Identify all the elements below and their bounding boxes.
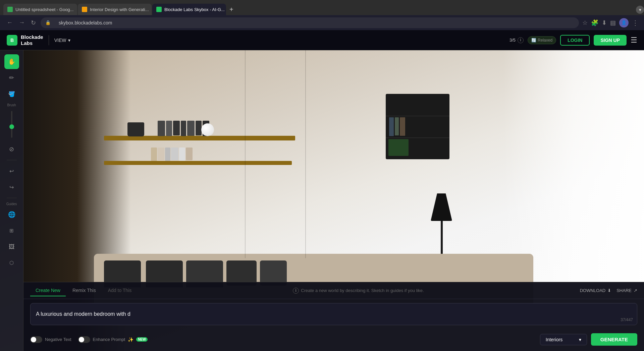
relaxed-icon: 🔄 [531, 38, 536, 43]
tab2-favicon [82, 7, 87, 12]
prompt-input[interactable] [36, 308, 632, 320]
app-header: B Blockade Labs VIEW ▾ 3/5 ℹ 🔄 Relaxed L… [0, 30, 644, 50]
tab-add-to-this: Add to This [103, 285, 137, 296]
shelf-long-2 [104, 161, 292, 165]
lamp-shade [431, 193, 452, 221]
plant-pot [127, 122, 144, 136]
tab-remix-this[interactable]: Remix This [67, 285, 101, 296]
browser-chrome: Untitled spreadsheet - Goog... × Interio… [0, 0, 644, 30]
redo-button[interactable]: ↪ [4, 180, 19, 194]
char-counter: 37/447 [621, 317, 633, 322]
books-2 [151, 148, 193, 161]
chevron-down-icon: ▾ [68, 38, 70, 43]
redo-icon: ↪ [9, 184, 14, 190]
tool-separator-2 [7, 198, 17, 198]
nav-back-button[interactable]: ← [5, 18, 14, 27]
logo: B Blockade Labs [7, 34, 43, 46]
style-dropdown[interactable]: Interiors ▾ [540, 334, 587, 345]
enhance-prompt-group: Enhance Prompt ✨ NEW [78, 336, 148, 343]
globe-icon: 🌐 [8, 211, 15, 218]
bottom-panel: Create New Remix This Add to This ℹ Crea… [23, 282, 644, 351]
layers-icon: ⊞ [9, 228, 14, 234]
negative-text-label: Negative Text [45, 337, 71, 342]
undo-button[interactable]: ↩ [4, 164, 19, 178]
generate-button[interactable]: GENERATE [591, 333, 637, 346]
signup-button[interactable]: SIGN UP [594, 35, 627, 46]
lock-icon: 🔒 [45, 20, 51, 25]
new-badge: NEW [136, 337, 147, 342]
shelf-long [104, 136, 295, 140]
enhance-prompt-toggle[interactable] [78, 336, 90, 343]
share-button[interactable]: SHARE ↗ [616, 288, 637, 293]
browser-profile[interactable]: ▾ [636, 6, 644, 14]
style-selected-label: Interiors [546, 337, 563, 342]
pointer-tool[interactable]: ✋ [4, 54, 19, 69]
sparkle-icon: ✨ [128, 337, 133, 342]
address-bar: ← → ↻ 🔒 ☆ 🧩 ⬇ ▤ 👤 ⋮ [0, 15, 644, 30]
info-icon[interactable]: ℹ [518, 37, 524, 43]
bottom-tabs-row: Create New Remix This Add to This ℹ Crea… [23, 282, 644, 299]
image-icon: 🖼 [9, 243, 15, 250]
pointer-icon: ✋ [8, 58, 15, 65]
tab-bar: Untitled spreadsheet - Goog... × Interio… [0, 0, 644, 15]
account-avatar[interactable]: 👤 [619, 18, 629, 27]
shape-tool[interactable]: ⬡ [4, 255, 19, 270]
download-button[interactable]: DOWNLOAD ⬇ [580, 288, 611, 293]
header-right: 3/5 ℹ 🔄 Relaxed LOGIN SIGN UP ☰ [509, 35, 637, 46]
globe-tool[interactable]: 🌐 [4, 207, 19, 222]
brush-label: Brush [7, 103, 16, 107]
dropdown-chevron-icon: ▾ [579, 337, 581, 342]
negative-text-toggle[interactable] [30, 336, 42, 343]
login-button[interactable]: LOGIN [560, 35, 590, 46]
header-divider [49, 35, 49, 45]
tab1-favicon [7, 7, 13, 12]
pen-icon: ✏ [9, 74, 14, 81]
hint-info-icon: ℹ [293, 288, 299, 294]
nav-refresh-button[interactable]: ↻ [30, 18, 37, 28]
tab3-title: Blockade Labs Skybox - AI-G... [164, 7, 225, 12]
guides-label: Guides [6, 202, 17, 206]
sphere-decoration [201, 123, 214, 136]
tab-create-new[interactable]: Create New [30, 285, 66, 296]
brush-size-slider[interactable] [11, 111, 12, 138]
image-tool[interactable]: 🖼 [4, 239, 19, 254]
layers-tool[interactable]: ⊞ [4, 223, 19, 238]
paint-bucket-tool[interactable]: 🪣 [4, 86, 19, 101]
tab1-title: Untitled spreadsheet - Goog... [15, 7, 73, 12]
url-input[interactable] [53, 17, 574, 28]
logo-icon: B [7, 35, 17, 46]
tab2-title: Interior Design with Generati... [90, 7, 149, 12]
bucket-icon: 🪣 [8, 91, 15, 97]
window-line-1 [245, 50, 246, 258]
browser-menu-icon[interactable]: ⋮ [632, 19, 639, 27]
relaxed-badge: 🔄 Relaxed [528, 36, 556, 44]
hamburger-menu-button[interactable]: ☰ [631, 36, 637, 45]
tab1-close[interactable]: × [76, 6, 77, 12]
bottom-actions: DOWNLOAD ⬇ SHARE ↗ [580, 288, 637, 293]
extension-icon[interactable]: 🧩 [591, 19, 598, 26]
download-icon[interactable]: ⬇ [602, 19, 607, 26]
cancel-icon: ⊘ [9, 145, 14, 153]
enhance-prompt-label: Enhance Prompt [93, 337, 125, 342]
undo-icon: ↩ [9, 168, 14, 174]
star-icon[interactable]: ☆ [582, 19, 588, 26]
new-tab-button[interactable]: + [227, 4, 236, 15]
nav-forward-button[interactable]: → [17, 18, 26, 27]
style-selector: Interiors ▾ GENERATE [540, 333, 637, 346]
pen-tool[interactable]: ✏ [4, 70, 19, 85]
prompt-area: 37/447 [23, 299, 644, 329]
hint-text: Create a new world by describing it. Ske… [301, 288, 424, 293]
tab-3[interactable]: Blockade Labs Skybox - AI-G... × [152, 4, 226, 15]
tab-hint: ℹ Create a new world by describing it. S… [293, 288, 424, 294]
tab-1[interactable]: Untitled spreadsheet - Goog... × [3, 4, 77, 15]
canvas-area: ✋ ✏ 🪣 Brush ⊘ ↩ ↪ [0, 50, 644, 351]
view-button[interactable]: VIEW ▾ [54, 38, 71, 43]
prompt-controls: Negative Text Enhance Prompt ✨ NEW Inter… [23, 329, 644, 351]
tab3-favicon [156, 7, 162, 12]
tab-2[interactable]: Interior Design with Generati... × [78, 4, 152, 15]
shape-icon: ⬡ [9, 260, 14, 266]
sidebar-icon[interactable]: ▤ [610, 19, 616, 26]
cancel-brush-tool[interactable]: ⊘ [4, 142, 19, 157]
app: B Blockade Labs VIEW ▾ 3/5 ℹ 🔄 Relaxed L… [0, 30, 644, 351]
negative-text-group: Negative Text [30, 336, 71, 343]
